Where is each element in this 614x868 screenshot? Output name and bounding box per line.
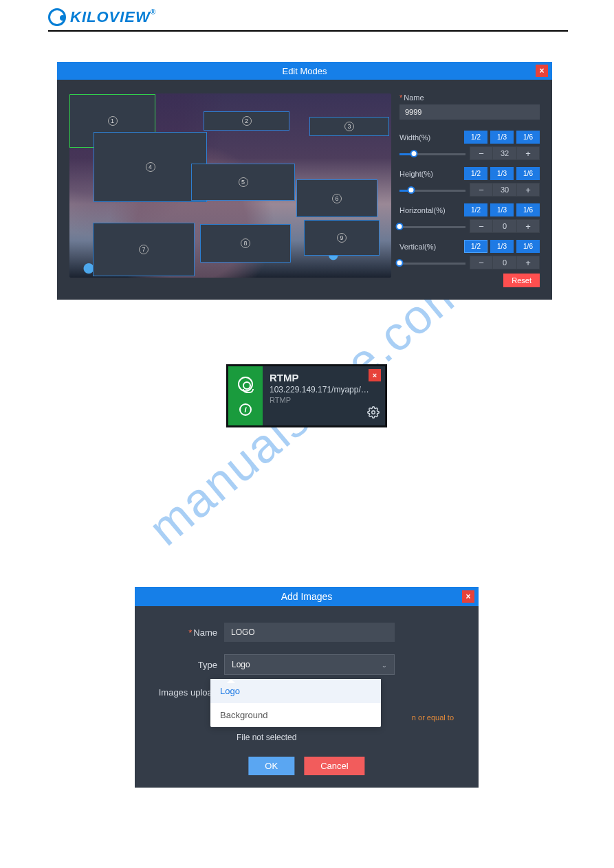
properties-pane: *Name Width(%) 1/2 1/3 1/6 [399,93,540,287]
width-label: Width(%) [399,133,430,142]
type-select[interactable]: Logo ⌃ [224,654,395,675]
height-half-button[interactable]: 1/2 [464,167,487,180]
vertical-sixth-button[interactable]: 1/6 [516,240,540,253]
type-selected-value: Logo [232,660,250,669]
horizontal-minus-button[interactable]: − [470,219,493,233]
width-third-button[interactable]: 1/3 [490,131,514,144]
kiloview-logo-icon [48,8,66,26]
layout-canvas[interactable]: 1 2 3 4 5 6 7 8 9 [69,93,391,278]
width-plus-button[interactable]: + [516,146,540,160]
layout-window-7[interactable]: 7 [93,223,195,276]
height-field: Height(%) 1/2 1/3 1/6 − 30 + [399,164,540,198]
size-hint-text: n or equal to [412,713,454,722]
horizontal-half-button[interactable]: 1/2 [464,203,487,216]
add-images-body: *Name Type Logo ⌃ Images upload Logo Bac… [135,606,479,788]
horizontal-third-button[interactable]: 1/3 [490,203,514,216]
type-row: Type Logo ⌃ [155,654,458,675]
type-dropdown: Logo Background [210,679,381,727]
edit-modes-titlebar: Edit Modes × [57,62,552,80]
vertical-field: Vertical(%) 1/2 1/3 1/6 − 0 + [399,237,540,271]
layout-window-9[interactable]: 9 [304,220,380,256]
horizontal-field: Horizontal(%) 1/2 1/3 1/6 − 0 + [399,201,540,234]
width-minus-button[interactable]: − [470,146,493,160]
vertical-plus-button[interactable]: + [516,256,540,269]
layout-window-2[interactable]: 2 [204,111,289,131]
add-images-close-button[interactable]: × [462,590,474,603]
gear-icon[interactable] [367,406,380,421]
edit-modes-panel: Edit Modes × 1 2 3 4 5 6 7 8 9 *Name Wid… [57,62,552,300]
name-row: *Name [155,623,458,642]
file-not-selected-text: File not selected [237,733,296,742]
height-third-button[interactable]: 1/3 [490,167,514,180]
vertical-label: Vertical(%) [399,243,436,251]
height-value: 30 [493,183,516,197]
camera-icon [238,377,253,392]
height-slider[interactable] [399,186,465,195]
vertical-slider[interactable] [399,258,465,268]
rtmp-title: RTMP [270,372,378,383]
type-option-logo[interactable]: Logo [210,679,381,703]
add-images-title: Add Images [281,591,333,602]
brand-name: KILOVIEW® [70,8,156,26]
horizontal-plus-button[interactable]: + [516,219,540,233]
height-minus-button[interactable]: − [470,183,493,197]
info-icon[interactable]: i [239,403,252,416]
height-sixth-button[interactable]: 1/6 [516,167,540,180]
type-option-background[interactable]: Background [210,703,381,727]
chevron-up-icon: ⌃ [382,661,387,669]
brand-header: KILOVIEW® [48,8,568,32]
layout-window-4[interactable]: 4 [94,132,207,202]
name-field-label: *Name [155,627,224,638]
layout-window-8[interactable]: 8 [200,224,291,263]
type-field-label: Type [155,660,224,670]
name-label: *Name [399,93,540,102]
rtmp-status-strip: i [228,366,263,425]
rtmp-source-card[interactable]: i × RTMP 103.229.149.171/myapp/… RTMP [226,364,387,427]
horizontal-slider[interactable] [399,222,465,232]
layout-window-6[interactable]: 6 [296,179,377,217]
rtmp-protocol: RTMP [270,396,378,404]
add-images-titlebar: Add Images × [135,587,479,606]
ok-button[interactable]: OK [248,757,294,775]
dialog-button-bar: OK Cancel [248,757,364,775]
rtmp-url: 103.229.149.171/myapp/… [270,385,373,394]
edit-modes-body: 1 2 3 4 5 6 7 8 9 *Name Width(%) 1/2 1/3… [57,80,552,300]
height-plus-button[interactable]: + [516,183,540,197]
layout-window-5[interactable]: 5 [191,164,295,201]
horizontal-sixth-button[interactable]: 1/6 [516,203,540,216]
add-images-panel: Add Images × *Name Type Logo ⌃ Images up… [135,587,479,788]
height-label: Height(%) [399,170,433,178]
width-sixth-button[interactable]: 1/6 [516,131,540,144]
vertical-third-button[interactable]: 1/3 [490,240,514,253]
edit-modes-title: Edit Modes [282,66,327,76]
horizontal-label: Horizontal(%) [399,206,446,214]
width-field: Width(%) 1/2 1/3 1/6 − 32 + [399,128,540,162]
rtmp-details: × RTMP 103.229.149.171/myapp/… RTMP [263,366,385,425]
svg-point-0 [372,411,375,414]
width-value: 32 [493,146,516,160]
width-slider[interactable] [399,149,465,159]
image-name-input[interactable] [224,623,395,642]
reset-button[interactable]: Reset [503,274,540,287]
vertical-minus-button[interactable]: − [470,256,493,269]
close-button[interactable]: × [536,65,548,77]
horizontal-value: 0 [493,219,516,233]
name-input[interactable] [399,104,540,120]
cancel-button[interactable]: Cancel [304,757,364,775]
vertical-half-button[interactable]: 1/2 [464,240,487,253]
width-half-button[interactable]: 1/2 [464,131,487,144]
layout-window-3[interactable]: 3 [309,117,389,136]
rtmp-close-button[interactable]: × [369,369,381,381]
vertical-value: 0 [493,256,516,269]
